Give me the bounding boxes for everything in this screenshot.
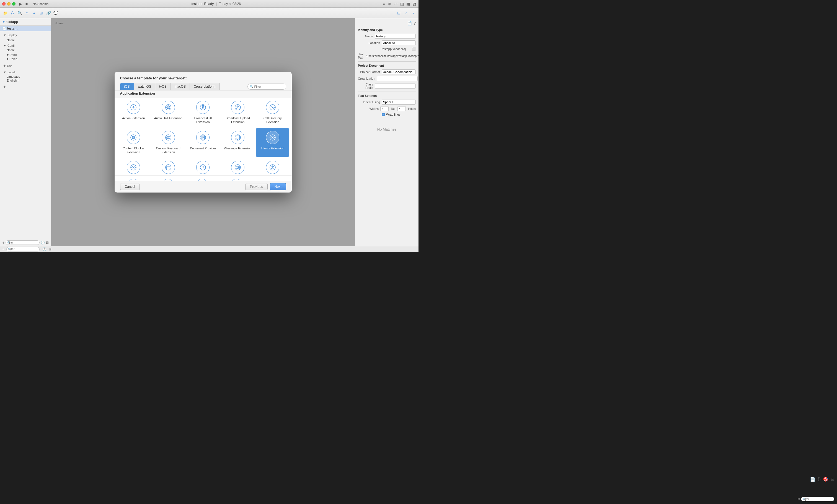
template-action[interactable]: Action Extension xyxy=(117,98,150,127)
sidebar-item-label: testa… xyxy=(7,26,18,31)
back2-icon[interactable]: ‹ xyxy=(403,10,409,16)
template-document[interactable]: Document Provider xyxy=(186,128,220,157)
deploy-arrow: ▼ xyxy=(3,34,6,37)
title-bar-right: ≡ ⊕ ↩ ▥ ▦ ▧ xyxy=(381,2,416,6)
content-area: No ma… Choose a template for your new ta… xyxy=(51,18,355,246)
svg-rect-26 xyxy=(167,166,170,169)
comment-icon[interactable]: 💬 xyxy=(53,10,59,16)
more-item-2[interactable] xyxy=(151,177,184,181)
prefix-form-row: Class Prefix xyxy=(358,83,416,89)
notif-service-icon-circle xyxy=(196,161,210,174)
org-form-input[interactable] xyxy=(377,76,418,81)
more-icon-2 xyxy=(163,179,173,181)
content-blocker-icon-circle xyxy=(127,131,140,144)
template-audio-unit[interactable]: Audio Unit Extension xyxy=(152,98,185,127)
modal-bottom: Cancel Previous Next xyxy=(114,181,292,192)
template-broadcast-upload[interactable]: Broadcast Upload Extension xyxy=(221,98,255,127)
title-bar: ▶ ■ No Scheme testapp: Ready | Today at … xyxy=(0,0,418,8)
name-form-input[interactable] xyxy=(375,34,416,39)
folder-icon[interactable]: 📁 xyxy=(2,10,8,16)
template-notification-service[interactable]: Notification Service Extension xyxy=(186,158,220,175)
file-browse-icon[interactable]: ⬜ xyxy=(412,47,416,51)
wrap-checkbox[interactable]: ✓ xyxy=(382,113,385,116)
previous-button[interactable]: Previous xyxy=(245,183,268,190)
template-notification-content[interactable]: Notification Content xyxy=(152,158,185,175)
more-item-3[interactable] xyxy=(185,177,219,181)
list-icon: ⊟ xyxy=(46,241,49,244)
config-arrow: ▼ xyxy=(3,44,6,47)
svg-point-30 xyxy=(235,165,241,170)
tab-ios[interactable]: iOS xyxy=(120,83,134,90)
template-share[interactable]: Share Extension xyxy=(256,158,289,175)
tab-width-input[interactable] xyxy=(380,106,389,111)
template-content-blocker[interactable]: Content Blocker Extension xyxy=(117,128,150,157)
template-imessage[interactable]: iMessage Extension xyxy=(221,128,255,157)
name-form-row: Name xyxy=(358,34,416,39)
tab-tvos[interactable]: tvOS xyxy=(155,83,171,90)
toolbar-left: 📁 {} 🔍 ⚠ ♦ ⊞ 🔗 💬 xyxy=(2,10,59,16)
sidebar-item-testapp[interactable]: 📄 testa… xyxy=(0,26,51,31)
sidebar-folder-icon: ▼ xyxy=(2,20,5,23)
add-icon-bottom[interactable]: + xyxy=(2,247,4,251)
add-icon[interactable]: + xyxy=(3,63,6,68)
prefix-form-input[interactable] xyxy=(375,83,416,89)
back-icon[interactable]: ↩ xyxy=(394,2,398,6)
add-target-icon[interactable]: + xyxy=(2,240,4,245)
template-call-directory[interactable]: Call Directory Extension xyxy=(256,98,289,127)
add-row2: + xyxy=(3,85,48,89)
search-icon[interactable]: 🔍 xyxy=(17,10,23,16)
warning-icon[interactable]: ⚠ xyxy=(24,10,30,16)
secondary-toolbar: 📁 {} 🔍 ⚠ ♦ ⊞ 🔗 💬 ⊟ ‹ › xyxy=(0,8,418,18)
intents-icon-circle xyxy=(266,131,279,144)
add-icon2[interactable]: + xyxy=(3,85,6,89)
bookmark-icon[interactable]: ♦ xyxy=(31,10,37,16)
template-intents-ui[interactable]: Intents UI Extension xyxy=(117,158,150,175)
run-icon[interactable]: ▶ xyxy=(18,2,23,6)
format-form-row: Project Format Xcode 3.2-compatible xyxy=(358,70,416,74)
template-photo[interactable]: Photo Editing Extension xyxy=(221,158,255,175)
grid2-icon[interactable]: ⊟ xyxy=(396,10,402,16)
nav-icon[interactable]: ⊕ xyxy=(388,2,392,6)
add-row: + Use xyxy=(3,63,48,68)
grid-icon[interactable]: ⊞ xyxy=(38,10,44,16)
symbol-icon[interactable]: {} xyxy=(10,10,16,16)
language-row: Language xyxy=(7,75,48,78)
tab-watchos[interactable]: watchOS xyxy=(134,83,156,90)
photo-icon-circle xyxy=(231,161,244,174)
split-icon[interactable]: ▥ xyxy=(400,2,404,6)
close-button[interactable] xyxy=(2,2,5,5)
next-button[interactable]: Next xyxy=(270,183,286,190)
svg-point-2 xyxy=(167,106,170,109)
maximize-button[interactable] xyxy=(12,2,16,5)
indent-using-select[interactable]: Spaces xyxy=(382,99,416,105)
title-bar-center: testapp: Ready | Today at 08:26 xyxy=(51,2,381,6)
help-icon[interactable]: ? xyxy=(413,21,416,25)
modal-overlay: Choose a template for your new target: i… xyxy=(51,18,355,246)
tab-macos[interactable]: macOS xyxy=(171,83,190,90)
minimize-button[interactable] xyxy=(7,2,11,5)
location-form-select[interactable]: Absolute xyxy=(382,40,416,45)
panel-icon[interactable]: ▦ xyxy=(406,2,410,6)
scheme-selector[interactable]: No Scheme xyxy=(31,2,51,5)
deploy-section: ▼ Deploy xyxy=(3,34,48,37)
sidebar-filter-input[interactable] xyxy=(5,240,40,245)
format-form-select[interactable]: Xcode 3.2-compatible xyxy=(382,70,416,74)
tab-cross[interactable]: Cross-platform xyxy=(190,83,220,90)
template-scroll: Action Extension xyxy=(114,98,292,181)
link-icon[interactable]: 🔗 xyxy=(46,10,52,16)
stop-icon[interactable]: ■ xyxy=(24,2,29,6)
editor-icon[interactable]: ≡ xyxy=(381,2,386,6)
cancel-button[interactable]: Cancel xyxy=(120,183,140,190)
widths-inputs: Tab Indent xyxy=(380,106,416,111)
intents-label: Intents Extension xyxy=(261,146,284,150)
more-item-4[interactable]: 17 xyxy=(220,177,253,181)
template-keyboard[interactable]: Custom Keyboard Extension xyxy=(152,128,185,157)
template-intents[interactable]: Intents Extension xyxy=(256,128,289,157)
file-new-icon[interactable]: 📄 xyxy=(407,21,412,25)
indent-width-input[interactable] xyxy=(397,106,406,111)
bottom-filter-input[interactable] xyxy=(6,247,40,251)
panel2-icon[interactable]: ▧ xyxy=(412,2,416,6)
forward-icon[interactable]: › xyxy=(410,10,416,16)
more-item-1[interactable] xyxy=(117,177,150,181)
template-broadcast-ui[interactable]: Broadcast UI Extension xyxy=(186,98,220,127)
